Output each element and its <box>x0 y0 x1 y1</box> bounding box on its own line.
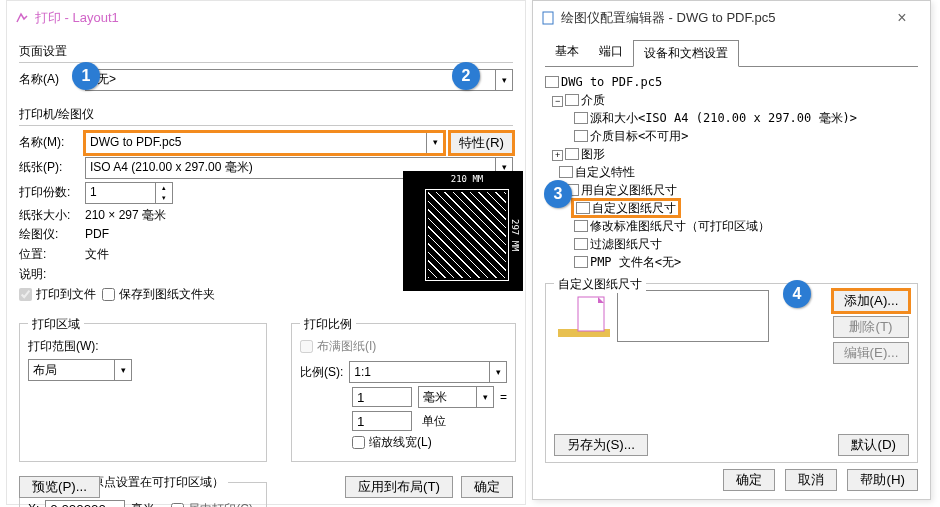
plotter-config-editor: 绘图仪配置编辑器 - DWG to PDF.pc5 × 基本 端口 设备和文档设… <box>532 0 931 500</box>
svg-rect-0 <box>543 12 553 24</box>
callout-badge-3: 3 <box>544 180 572 208</box>
app-icon <box>15 11 29 25</box>
print-area-group: 打印区域 打印范围(W): 布局▾ <box>19 316 267 462</box>
print-scale-group: 打印比例 布满图纸(I) 比例(S): 1:1▾ 毫米▾ = 单位 缩放线宽(L… <box>291 316 516 462</box>
scale-lineweight-checkbox[interactable]: 缩放线宽(L) <box>352 434 507 451</box>
callout-badge-2: 2 <box>452 62 480 90</box>
desc-label: 说明: <box>19 266 79 283</box>
chevron-down-icon: ▾ <box>489 362 506 382</box>
properties-button[interactable]: 特性(R) <box>450 132 513 154</box>
custom-paper-group: 自定义图纸尺寸 添加(A)... 删除(T) 编辑(E)... 另存为(S)..… <box>545 283 918 463</box>
x-offset-input[interactable] <box>45 500 125 507</box>
expand-icon[interactable]: + <box>552 150 563 161</box>
delete-button[interactable]: 删除(T) <box>833 316 909 338</box>
tab-device-doc[interactable]: 设备和文档设置 <box>633 40 739 67</box>
equals-label: = <box>500 389 507 406</box>
paper-thumbnail-icon <box>554 291 614 341</box>
document-icon <box>541 11 555 25</box>
page-setup-name-combo[interactable]: <无>▾ <box>85 69 513 91</box>
print-to-file-checkbox[interactable]: 打印到文件 <box>19 286 96 303</box>
settings-tree[interactable]: DWG to PDF.pc5 −介质 源和大小<ISO A4 (210.00 x… <box>533 67 930 277</box>
window-title: 绘图仪配置编辑器 - DWG to PDF.pc5 <box>561 9 776 27</box>
custom-paper-legend: 自定义图纸尺寸 <box>554 276 646 293</box>
paper-size-label: 纸张大小: <box>19 207 79 224</box>
plotter-icon <box>545 76 559 88</box>
scale-val2-input[interactable] <box>352 411 412 431</box>
spinner-buttons[interactable]: ▴▾ <box>155 183 172 203</box>
printer-name-label: 名称(M): <box>19 134 79 151</box>
tree-item-graphics[interactable]: +图形 <box>545 145 918 163</box>
plotter-value: PDF <box>85 226 109 243</box>
copies-stepper[interactable]: 1▴▾ <box>85 182 173 204</box>
page-setup-label: 页面设置 <box>19 43 513 60</box>
save-as-button[interactable]: 另存为(S)... <box>554 434 648 456</box>
save-folder-checkbox[interactable]: 保存到图纸文件夹 <box>102 286 215 303</box>
callout-badge-4: 4 <box>783 280 811 308</box>
page-icon <box>574 112 588 124</box>
paper-list-box[interactable] <box>617 290 769 342</box>
x-unit: 毫米 <box>131 501 155 507</box>
chevron-down-icon: ▾ <box>495 70 512 90</box>
paper-preview: 210 MM 297 MM <box>403 171 523 291</box>
ok-button[interactable]: 确定 <box>461 476 513 498</box>
print-range-combo[interactable]: 布局▾ <box>28 359 132 381</box>
callout-badge-1: 1 <box>72 62 100 90</box>
tab-basic[interactable]: 基本 <box>545 39 589 66</box>
tree-item-root[interactable]: DWG to PDF.pc5 <box>545 73 918 91</box>
ratio-combo[interactable]: 1:1▾ <box>349 361 507 383</box>
page-icon <box>574 256 588 268</box>
tab-port[interactable]: 端口 <box>589 39 633 66</box>
where-value: 文件 <box>85 246 109 263</box>
apply-to-layout-button[interactable]: 应用到布局(T) <box>345 476 453 498</box>
window-title-bar: 绘图仪配置编辑器 - DWG to PDF.pc5 × <box>533 1 930 35</box>
page-icon <box>576 202 590 214</box>
fit-to-paper-checkbox[interactable]: 布满图纸(I) <box>300 338 507 355</box>
tree-item-source-size[interactable]: 源和大小<ISO A4 (210.00 x 297.00 毫米)> <box>545 109 918 127</box>
collapse-icon[interactable]: − <box>552 96 563 107</box>
preview-height-label: 297 MM <box>508 189 521 281</box>
printer-name-combo[interactable]: DWG to PDF.pc5▾ <box>85 132 444 154</box>
default-button[interactable]: 默认(D) <box>838 434 909 456</box>
tree-item-pmp[interactable]: PMP 文件名<无> <box>545 253 918 271</box>
name-a-label: 名称(A) <box>19 71 79 88</box>
help-button[interactable]: 帮助(H) <box>847 469 918 491</box>
print-scale-legend: 打印比例 <box>300 316 356 333</box>
tree-item-media-target[interactable]: 介质目标<不可用> <box>545 127 918 145</box>
page-icon <box>574 220 588 232</box>
printer-group-label: 打印机/绘图仪 <box>19 106 513 123</box>
page-icon <box>559 166 573 178</box>
preview-width-label: 210 MM <box>425 173 509 186</box>
chevron-down-icon: ▾ <box>476 387 493 407</box>
edit-button[interactable]: 编辑(E)... <box>833 342 909 364</box>
add-button[interactable]: 添加(A)... <box>833 290 909 312</box>
ok-button[interactable]: 确定 <box>723 469 775 491</box>
window-title-bar: 打印 - Layout1 <box>7 1 525 35</box>
tree-item-custom-paper[interactable]: 自定义图纸尺寸 <box>545 199 918 217</box>
chevron-down-icon: ▾ <box>426 133 443 153</box>
plotter-label: 绘图仪: <box>19 226 79 243</box>
close-icon[interactable]: × <box>882 7 922 29</box>
scale-unit1-combo[interactable]: 毫米▾ <box>418 386 494 408</box>
tree-item-media[interactable]: −介质 <box>545 91 918 109</box>
scale-val1-input[interactable] <box>352 387 412 407</box>
copies-label: 打印份数: <box>19 184 79 201</box>
scale-unit2-label: 单位 <box>422 413 446 430</box>
page-icon <box>574 238 588 250</box>
tree-item-modify-std[interactable]: 修改标准图纸尺寸（可打印区域） <box>545 217 918 235</box>
tree-item-filter-paper[interactable]: 过滤图纸尺寸 <box>545 235 918 253</box>
paper-label: 纸张(P): <box>19 159 79 176</box>
folder-icon <box>565 94 579 106</box>
print-area-legend: 打印区域 <box>28 316 84 333</box>
print-range-label: 打印范围(W): <box>28 338 258 355</box>
center-print-checkbox[interactable]: 居中打印(C) <box>171 501 253 507</box>
cancel-button[interactable]: 取消 <box>785 469 837 491</box>
where-label: 位置: <box>19 246 79 263</box>
paper-size-value: 210 × 297 毫米 <box>85 207 166 224</box>
chevron-down-icon: ▾ <box>114 360 131 380</box>
folder-icon <box>565 148 579 160</box>
tree-item-user-paper[interactable]: −用自定义图纸尺寸 <box>545 181 918 199</box>
page-icon <box>574 130 588 142</box>
x-label: X: <box>28 501 39 507</box>
tree-item-custom-props[interactable]: 自定义特性 <box>545 163 918 181</box>
preview-button[interactable]: 预览(P)... <box>19 476 100 498</box>
